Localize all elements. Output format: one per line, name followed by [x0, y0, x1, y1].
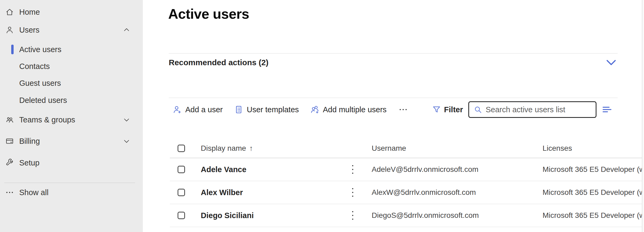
sidebar-item-contacts[interactable]: Contacts — [0, 60, 143, 73]
add-multiple-users-button[interactable]: Add multiple users — [310, 105, 387, 114]
toolbar-action-label: User templates — [247, 105, 299, 114]
filter-lines-icon[interactable] — [602, 106, 612, 113]
filter-funnel-icon — [432, 105, 441, 114]
table-row[interactable]: Diego Siciliani DiegoS@5drrlv.onmicrosof… — [170, 204, 642, 227]
column-header-display-name[interactable]: Display name — [201, 144, 246, 153]
add-multiple-users-icon — [310, 105, 320, 114]
sort-ascending-icon: ↑ — [249, 144, 253, 153]
more-dots-icon — [4, 188, 15, 197]
sidebar-item-show-all[interactable]: Show all — [0, 186, 143, 199]
cell-username: AdeleV@5drrlv.onmicrosoft.com — [372, 165, 478, 173]
sidebar-item-label: Deleted users — [19, 96, 67, 105]
cell-display-name[interactable]: Adele Vance — [201, 165, 246, 174]
sidebar-item-label: Billing — [19, 137, 40, 146]
toolbar-action-label: Add multiple users — [323, 105, 387, 114]
toolbar-more-button[interactable] — [398, 107, 409, 113]
row-more-icon[interactable] — [350, 209, 356, 222]
cell-display-name[interactable]: Alex Wilber — [201, 188, 243, 197]
cell-licenses: Microsoft 365 E5 Developer (withou — [543, 211, 642, 219]
search-box — [468, 101, 596, 118]
add-user-icon — [172, 105, 182, 114]
sidebar-item-label: Contacts — [19, 62, 50, 71]
search-input[interactable] — [486, 105, 592, 114]
toolbar: Add a user User templates Add multiple u… — [172, 100, 642, 119]
active-users-table: Display name ↑ Username Licenses Adele V… — [170, 139, 642, 227]
sidebar-item-label: Teams & groups — [19, 115, 75, 124]
cell-username: AlexW@5drrlv.onmicrosoft.com — [372, 188, 476, 196]
scrollbar[interactable] — [642, 0, 644, 232]
home-icon — [4, 7, 15, 17]
cell-display-name[interactable]: Diego Siciliani — [201, 211, 254, 220]
toolbar-action-label: Add a user — [185, 105, 223, 114]
table-header-row: Display name ↑ Username Licenses — [170, 139, 642, 158]
sidebar: Home Users Active users Contacts Guest u… — [0, 0, 143, 232]
chevron-down-icon[interactable] — [123, 137, 131, 145]
cell-licenses: Microsoft 365 E5 Developer (withou — [543, 188, 642, 196]
row-checkbox[interactable] — [178, 166, 185, 173]
sidebar-item-billing[interactable]: Billing — [0, 134, 143, 148]
toolbar-right-group: Filter — [432, 101, 642, 118]
cell-username: DiegoS@5drrlv.onmicrosoft.com — [372, 211, 479, 219]
divider — [169, 98, 618, 98]
table-row[interactable]: Alex Wilber AlexW@5drrlv.onmicrosoft.com… — [170, 181, 642, 204]
row-checkbox[interactable] — [178, 212, 185, 219]
sidebar-item-deleted-users[interactable]: Deleted users — [0, 94, 143, 107]
sidebar-item-label: Active users — [19, 45, 61, 54]
sidebar-item-label: Guest users — [19, 79, 61, 88]
chevron-down-icon[interactable] — [123, 116, 131, 124]
sidebar-item-label: Show all — [19, 188, 49, 197]
user-templates-icon — [234, 105, 244, 114]
recommended-actions-title: Recommended actions (2) — [169, 58, 268, 67]
user-templates-button[interactable]: User templates — [234, 105, 299, 114]
sidebar-item-active-users[interactable]: Active users — [0, 43, 143, 56]
sidebar-divider — [4, 183, 135, 183]
column-header-licenses[interactable]: Licenses — [543, 144, 572, 152]
table-row[interactable]: Adele Vance AdeleV@5drrlv.onmicrosoft.co… — [170, 158, 642, 181]
chevron-down-icon[interactable] — [606, 60, 616, 66]
search-icon — [473, 105, 482, 114]
chevron-up-icon[interactable] — [123, 26, 131, 34]
user-icon — [4, 25, 15, 34]
billing-icon — [4, 137, 15, 146]
sidebar-item-guest-users[interactable]: Guest users — [0, 76, 143, 90]
select-all-checkbox[interactable] — [178, 145, 185, 152]
page-title: Active users — [168, 6, 249, 22]
divider — [169, 53, 618, 54]
row-more-icon[interactable] — [350, 163, 356, 176]
filter-label: Filter — [444, 105, 463, 114]
add-a-user-button[interactable]: Add a user — [172, 105, 223, 114]
column-header-username[interactable]: Username — [372, 144, 406, 152]
more-horizontal-icon — [399, 108, 407, 111]
teams-groups-icon — [4, 115, 15, 124]
row-checkbox[interactable] — [178, 189, 185, 196]
row-more-icon[interactable] — [350, 186, 356, 199]
sidebar-item-label: Setup — [19, 158, 40, 167]
sidebar-item-label: Home — [19, 8, 40, 17]
sidebar-item-users[interactable]: Users — [0, 23, 143, 37]
sidebar-item-home[interactable]: Home — [0, 5, 143, 19]
cell-licenses: Microsoft 365 E5 Developer (withou — [543, 165, 642, 173]
sidebar-item-label: Users — [19, 26, 40, 34]
filter-button[interactable]: Filter — [432, 105, 463, 114]
sidebar-item-setup[interactable]: Setup — [0, 156, 143, 169]
recommended-actions-section[interactable]: Recommended actions (2) — [169, 56, 618, 69]
wrench-icon — [4, 158, 15, 167]
selected-indicator — [11, 45, 14, 54]
sidebar-item-teams-groups[interactable]: Teams & groups — [0, 113, 143, 126]
